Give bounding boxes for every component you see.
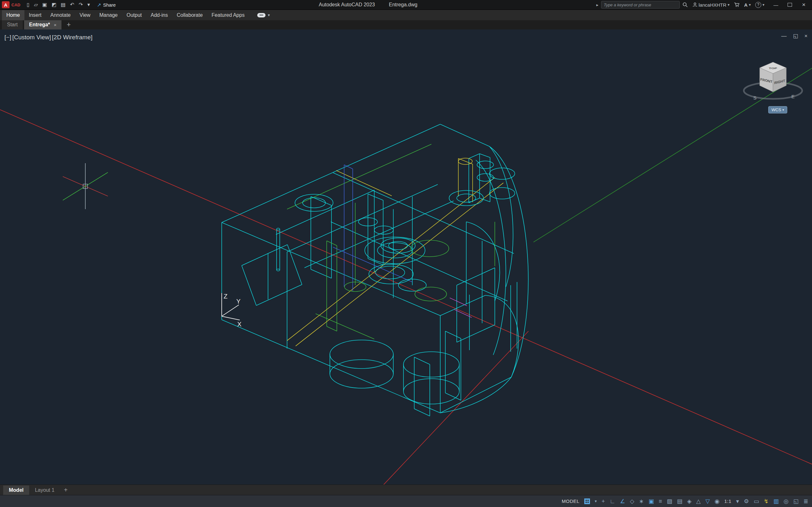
crosshair-cursor (63, 163, 108, 209)
maximize-icon (788, 3, 792, 7)
viewcube-east-label[interactable]: E (792, 94, 795, 99)
ribbon-tab-manage[interactable]: Manage (95, 10, 122, 20)
search-area: ▸ (596, 1, 688, 9)
ucs-axis-label-x: X (237, 321, 241, 328)
help-dropdown-icon[interactable]: ▾ (763, 3, 764, 7)
search-input[interactable] (601, 1, 680, 9)
layout-tab-bar: ModelLayout 1+ (0, 485, 812, 495)
search-expand-icon[interactable]: ▸ (596, 3, 599, 7)
autocad-app-icon[interactable]: A (2, 1, 9, 8)
3d-object-snap-icon[interactable]: ◈ (687, 498, 692, 504)
ribbon-tab-home[interactable]: Home (2, 10, 24, 20)
clean-screen-icon[interactable]: ◱ (793, 498, 799, 504)
drawing-restore-button[interactable]: ◱ (793, 33, 798, 39)
ribbon-tab-add-ins[interactable]: Add-ins (146, 10, 172, 20)
selection-cycling-icon[interactable]: ▤ (677, 498, 682, 504)
file-tab-close-icon[interactable]: × (54, 22, 57, 27)
lineweight-icon[interactable]: ≡ (659, 498, 662, 504)
new-file-icon[interactable]: ▯ (27, 2, 30, 7)
ribbon-tab-collaborate[interactable]: Collaborate (172, 10, 207, 20)
qat-icons: ▯▱▣◩▤↶↷▾ (27, 2, 90, 7)
workspace-switching-icon[interactable]: ⚙ (744, 498, 749, 504)
share-button[interactable]: ↗ Share (97, 2, 116, 8)
annotation-scale-label[interactable]: 1:1 (724, 499, 731, 504)
ribbon-minimize-icon (257, 13, 265, 17)
qat-dropdown-icon[interactable]: ▾ (87, 2, 90, 7)
viewcube-south-label[interactable]: S (753, 95, 757, 101)
user-account-button[interactable]: lancaHXHTR ▾ (693, 2, 730, 8)
model-space-canvas[interactable]: ZYX [−] [Custom View] [2D Wireframe] — ◱… (0, 30, 812, 485)
title-bar: A CAD ▯▱▣◩▤↶↷▾ ↗ Share Autodesk AutoCAD … (0, 0, 812, 9)
username-label: lancaHXHTR (699, 2, 727, 8)
polar-tracking-icon[interactable]: ∠ (620, 498, 625, 504)
ribbon-tab-output[interactable]: Output (122, 10, 146, 20)
annotation-monitor-icon[interactable]: ▭ (754, 498, 759, 504)
ucs-axis-label-y: Y (236, 298, 241, 305)
drawing-minimize-button[interactable]: — (781, 33, 786, 39)
ribbon-tab-featured-apps[interactable]: Featured Apps (207, 10, 249, 20)
save-icon[interactable]: ▣ (42, 2, 47, 7)
selection-filtering-icon[interactable]: ▽ (705, 498, 710, 504)
viewport-view-control[interactable]: [Custom View] (12, 34, 51, 41)
ribbon-tab-view[interactable]: View (75, 10, 95, 20)
customization-icon[interactable]: ≣ (803, 498, 808, 504)
model-space-indicator[interactable]: MODEL (562, 498, 579, 504)
viewport-style-control[interactable]: [2D Wireframe] (52, 34, 93, 41)
isometric-drafting-icon[interactable]: ◇ (630, 498, 635, 504)
graphics-performance-icon[interactable]: ↯ (764, 498, 768, 504)
object-snap-icon[interactable]: ▣ (649, 498, 654, 504)
ribbon-tab-annotate[interactable]: Annotate (46, 10, 75, 20)
transparency-icon[interactable]: ▨ (667, 498, 672, 504)
dynamic-ucs-icon[interactable]: △ (696, 498, 701, 504)
help-icon: ? (755, 2, 761, 8)
app-store-dropdown-icon[interactable]: ▾ (749, 3, 751, 7)
plot-icon[interactable]: ▤ (61, 2, 66, 7)
object-snap-tracking-icon[interactable]: ∗ (639, 498, 644, 504)
cart-icon[interactable] (734, 2, 740, 7)
viewcube-top-label: TOP (769, 67, 777, 69)
undo-icon[interactable]: ↶ (70, 2, 74, 7)
drawing-svg[interactable]: ZYX (0, 30, 812, 485)
new-layout-button[interactable]: + (60, 487, 72, 494)
viewport-controls: [−] [Custom View] [2D Wireframe] (4, 34, 93, 41)
wireframe-model (222, 124, 528, 416)
gizmo-icon[interactable]: ◉ (715, 498, 720, 504)
wcs-menu-button[interactable]: WCS ▾ (768, 106, 787, 113)
app-title: Autodesk AutoCAD 2023 (319, 2, 375, 8)
file-tab-entrega[interactable]: Entrega*× (24, 20, 62, 30)
app-store-menu[interactable]: A ▾ (744, 2, 751, 8)
ribbon-display-toggle[interactable]: ▾ (257, 13, 270, 17)
maximize-button[interactable] (783, 0, 797, 9)
isolate-objects-icon[interactable]: ◎ (783, 498, 789, 504)
layout-tab-layout-1[interactable]: Layout 1 (29, 486, 60, 495)
viewport-minus-control[interactable]: [−] (4, 34, 11, 41)
window-controls: — × (769, 0, 811, 9)
ortho-mode-icon[interactable]: ∟ (610, 498, 615, 504)
user-dropdown-icon[interactable]: ▾ (728, 3, 729, 7)
close-button[interactable]: × (797, 0, 811, 9)
drawing-close-button[interactable]: × (804, 33, 808, 39)
ucs-axis-label-z: Z (223, 293, 227, 300)
search-icon[interactable] (682, 2, 688, 8)
layout-tab-model[interactable]: Model (3, 486, 29, 495)
new-file-tab-button[interactable]: + (63, 20, 74, 30)
redo-icon[interactable]: ↷ (79, 2, 83, 7)
viewcube[interactable]: TOP FRONT RIGHT S E (738, 56, 808, 113)
status-bar: MODEL ▾ +∟∠◇∗▣≡▨▤◈△▽◉1:1▾⚙▭↯▥◎◱≣ (0, 495, 812, 507)
drawing-window-controls: — ◱ × (781, 33, 808, 39)
help-menu[interactable]: ? ▾ (755, 2, 764, 8)
file-tab-label-start: Start (7, 22, 18, 27)
ucs-icon: ZYX (222, 293, 241, 328)
ribbon-tab-insert[interactable]: Insert (24, 10, 46, 20)
save-as-icon[interactable]: ◩ (51, 2, 56, 7)
ribbon-toggle-dropdown-icon[interactable]: ▾ (268, 13, 270, 17)
hardware-acceleration-icon[interactable]: ▥ (773, 498, 779, 504)
file-tab-start[interactable]: Start (2, 20, 23, 30)
grid-display-icon[interactable] (584, 498, 590, 504)
open-file-icon[interactable]: ▱ (34, 2, 38, 7)
minimize-button[interactable]: — (769, 0, 783, 9)
file-title: Entrega.dwg (389, 2, 417, 8)
snap-mode-icon[interactable]: + (601, 498, 605, 504)
scale-dropdown-icon[interactable]: ▾ (736, 498, 739, 504)
grid-dropdown-icon[interactable]: ▾ (595, 499, 597, 504)
